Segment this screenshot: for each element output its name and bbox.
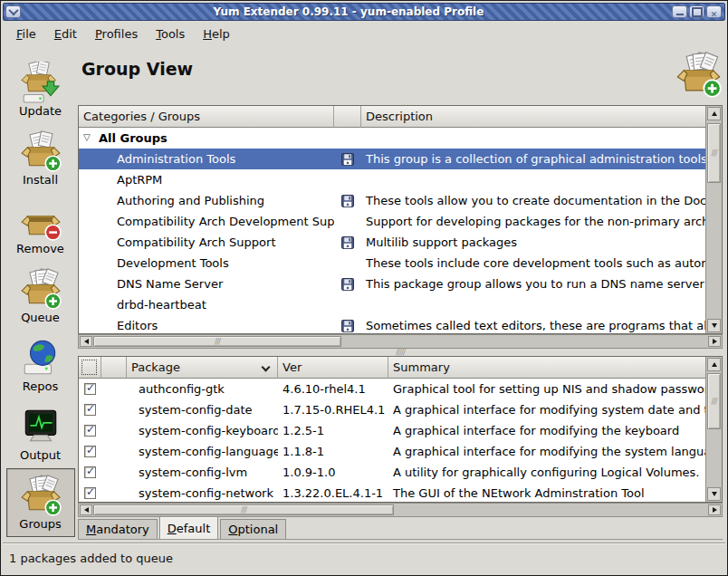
scroll-right-arrow[interactable]	[708, 504, 721, 515]
pane-resize-handle[interactable]: /////	[78, 349, 723, 356]
scroll-down-arrow[interactable]	[707, 319, 721, 332]
group-description: These tools allow you to create document…	[361, 194, 705, 207]
scrollbar-thumb[interactable]: ///	[93, 336, 341, 347]
package-row[interactable]: system-config-language 1.1.8-1 A graphic…	[79, 441, 705, 462]
sidebar-item-remove[interactable]: Remove	[6, 193, 75, 262]
group-name: Development Tools	[79, 256, 334, 270]
package-checkbox[interactable]	[84, 383, 96, 395]
queue-boxes-icon	[20, 268, 62, 310]
group-row[interactable]: Authoring and Publishing These tools all…	[79, 190, 705, 211]
column-header-description[interactable]: Description	[361, 106, 705, 128]
expander-triangle-icon[interactable]: ▽	[83, 132, 91, 142]
menu-profiles[interactable]: Profiles	[87, 24, 146, 43]
group-description: Multilib support packages	[361, 235, 705, 249]
group-row[interactable]: Compatibility Arch Support Multilib supp…	[79, 232, 705, 253]
group-description: Support for developing packages for the …	[361, 215, 705, 228]
focus-rect	[81, 360, 97, 375]
sidebar-item-label: Output	[20, 448, 61, 462]
package-row[interactable]: system-config-network 1.3.22.0.EL.4.1-1 …	[79, 483, 705, 502]
sort-descending-icon	[262, 363, 271, 372]
maximize-button[interactable]	[689, 5, 704, 18]
close-button[interactable]	[706, 5, 722, 18]
menubar: File Edit Profiles Tools Help	[3, 23, 725, 45]
minimize-button[interactable]	[672, 5, 687, 18]
menu-edit[interactable]: Edit	[46, 24, 85, 43]
status-text: 1 packages added to queue	[9, 552, 173, 565]
column-header-icon[interactable]	[334, 106, 361, 128]
sidebar-item-groups[interactable]: Groups	[6, 468, 75, 537]
tab-mandatory[interactable]: Mandatory	[78, 519, 158, 539]
package-row[interactable]: system-config-lvm 1.0.9-1.0 A utility fo…	[79, 462, 705, 483]
package-row[interactable]: system-config-keyboard 1.2.5-1 A graphic…	[79, 420, 705, 441]
package-vertical-scrollbar[interactable]: ///	[705, 357, 722, 502]
groups-boxes-icon	[675, 52, 722, 98]
package-checkbox[interactable]	[84, 425, 96, 437]
package-checkbox[interactable]	[84, 404, 96, 416]
column-header-package[interactable]: Package	[127, 357, 278, 379]
group-tree-table: Categories / Groups Description ▽All Gro…	[78, 105, 723, 334]
scrollbar-thumb[interactable]: ///	[93, 504, 394, 515]
scroll-left-arrow[interactable]	[80, 504, 92, 515]
package-summary: A graphical interface for modifying syst…	[388, 403, 705, 417]
scrollbar-thumb[interactable]: ///	[707, 123, 721, 183]
group-description: Sometimes called text editors, these are…	[361, 319, 705, 332]
scroll-up-arrow[interactable]	[707, 107, 721, 120]
scroll-right-arrow[interactable]	[708, 336, 721, 347]
group-row[interactable]: Administration Tools This group is a col…	[79, 149, 705, 169]
sidebar-item-output[interactable]: Output	[6, 399, 75, 468]
group-row[interactable]: AptRPM	[79, 169, 705, 190]
scroll-down-arrow[interactable]	[707, 487, 721, 501]
group-row[interactable]: Compatibility Arch Development Support S…	[79, 211, 705, 232]
app-window: Yum Extender 0.99.11 - yum-enabled Profi…	[0, 0, 728, 576]
group-description: This group is a collection of graphical …	[361, 152, 705, 166]
scroll-up-arrow[interactable]	[707, 358, 721, 371]
tab-default[interactable]: Default	[159, 516, 219, 539]
package-horizontal-scrollbar[interactable]: ///	[78, 503, 723, 517]
sidebar-item-update[interactable]: Update	[6, 55, 75, 124]
titlebar[interactable]: Yum Extender 0.99.11 - yum-enabled Profi…	[3, 3, 725, 21]
column-header-checkbox[interactable]	[79, 357, 101, 379]
group-row[interactable]: Editors Sometimes called text editors, t…	[79, 315, 705, 333]
package-row[interactable]: authconfig-gtk 4.6.10-rhel4.1 Graphical …	[79, 379, 705, 399]
column-header-blank[interactable]	[101, 357, 127, 379]
menu-file[interactable]: File	[8, 24, 44, 43]
group-vertical-scrollbar[interactable]: ///	[705, 106, 722, 333]
floppy-icon	[341, 236, 354, 249]
group-root-row[interactable]: ▽All Groups	[79, 128, 705, 149]
group-row[interactable]: DNS Name Server This package group allow…	[79, 274, 705, 294]
group-row[interactable]: drbd-heartbeat	[79, 294, 705, 315]
scrollbar-thumb[interactable]: ///	[707, 373, 721, 429]
group-row[interactable]: Development Tools These tools include co…	[79, 253, 705, 274]
package-summary: Graphical tool for setting up NIS and sh…	[388, 382, 705, 396]
group-name: Compatibility Arch Support	[79, 235, 334, 249]
package-summary: A utility for graphically configuring Lo…	[388, 466, 705, 479]
sidebar-item-label: Install	[23, 173, 58, 187]
menu-help[interactable]: Help	[195, 24, 238, 43]
column-header-summary[interactable]: Summary	[388, 357, 705, 379]
page-title: Group View	[81, 59, 193, 79]
group-name: AptRPM	[79, 173, 334, 187]
column-header-categories-groups[interactable]: Categories / Groups	[79, 106, 334, 128]
repos-globe-icon	[20, 337, 62, 379]
sidebar-item-queue[interactable]: Queue	[6, 262, 75, 331]
package-version: 4.6.10-rhel4.1	[278, 382, 388, 396]
package-checkbox[interactable]	[84, 466, 96, 478]
package-checkbox[interactable]	[84, 446, 96, 457]
group-name: Administration Tools	[79, 152, 334, 166]
group-name: Authoring and Publishing	[79, 194, 334, 207]
maximize-icon	[692, 7, 703, 17]
sidebar-item-repos[interactable]: Repos	[6, 331, 75, 399]
column-label: Package	[131, 360, 180, 374]
package-name: system-config-lvm	[127, 466, 278, 479]
column-header-ver[interactable]: Ver	[278, 357, 388, 379]
menu-tools[interactable]: Tools	[148, 24, 193, 43]
group-name: DNS Name Server	[79, 277, 334, 291]
sidebar-item-install[interactable]: Install	[6, 124, 75, 193]
group-horizontal-scrollbar[interactable]: ///	[78, 334, 723, 349]
package-row[interactable]: system-config-date 1.7.15-0.RHEL4.1 A gr…	[79, 399, 705, 420]
scroll-left-arrow[interactable]	[80, 336, 92, 347]
tab-optional[interactable]: Optional	[220, 519, 286, 539]
group-description: This package group allows you to run a D…	[361, 277, 705, 291]
window-menu-button[interactable]	[5, 5, 21, 18]
package-checkbox[interactable]	[84, 487, 96, 499]
